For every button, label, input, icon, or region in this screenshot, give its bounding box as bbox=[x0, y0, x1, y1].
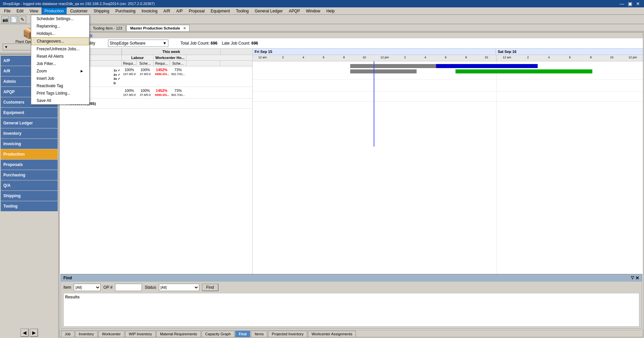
gantt-hour-12pm-2: 12 pm bbox=[623, 55, 643, 61]
menu-window[interactable]: Window bbox=[303, 7, 323, 14]
menu-equipment[interactable]: Equipment bbox=[208, 7, 232, 14]
gantt-hour-2-1: 2 bbox=[273, 55, 293, 61]
sidebar-item-proposals[interactable]: Proposals bbox=[1, 160, 58, 170]
menu-gl[interactable]: General Ledger bbox=[252, 7, 285, 14]
gantt-bar-blue-1 bbox=[436, 64, 538, 68]
restore-button[interactable]: ▣ bbox=[627, 0, 633, 7]
menu-holidays[interactable]: Holidays... bbox=[31, 30, 89, 37]
gantt-bar-gray-1 bbox=[350, 64, 436, 68]
menu-reactivate-tag[interactable]: Reactivate Tag bbox=[31, 82, 89, 90]
gantt-hour-2pm-1: 2 bbox=[395, 55, 416, 61]
gantt-hour-6pm-1: 6 bbox=[436, 55, 456, 61]
find-collapse-icon[interactable]: ▽ bbox=[631, 275, 634, 281]
find-item-select[interactable]: [All] bbox=[74, 284, 101, 291]
bottom-tab-capacity[interactable]: Capacity Graph bbox=[202, 331, 234, 337]
gantt-row-shifts bbox=[253, 61, 643, 80]
gantt-hour-8-1: 8 bbox=[334, 55, 355, 61]
menu-proposal[interactable]: Proposal bbox=[186, 7, 207, 14]
sidebar-item-purchasing[interactable]: Purchasing bbox=[1, 170, 58, 180]
menu-scheduler-settings[interactable]: Scheduler Settings... bbox=[31, 15, 89, 22]
sidebar-forward-btn[interactable]: ▶ bbox=[30, 329, 38, 337]
menu-invoicing[interactable]: Invoicing bbox=[139, 7, 160, 14]
bottom-tab-inventory[interactable]: Inventory bbox=[75, 331, 98, 337]
menu-save-all[interactable]: Save All bbox=[31, 97, 89, 104]
close-button[interactable]: ✕ bbox=[635, 0, 641, 7]
menu-zoom[interactable]: Zoom► bbox=[31, 67, 89, 75]
wc-sub-sch: Sche... bbox=[137, 61, 154, 66]
menu-ap[interactable]: A/P bbox=[173, 7, 185, 14]
gantt-fri-hours: 12 am 2 4 6 8 10 12 pm 2 4 6 bbox=[253, 55, 497, 61]
find-results-label: Results bbox=[65, 295, 79, 299]
gantt-hour-4-1: 4 bbox=[293, 55, 314, 61]
sidebar-item-production[interactable]: Production bbox=[1, 149, 58, 159]
main-layout: 📦 Plant Operations ▼ A/P A/R Admin APQP … bbox=[0, 24, 644, 338]
menu-reset-alerts[interactable]: Reset All Alerts bbox=[31, 53, 89, 60]
gantt-hour-12am-1: 12 am bbox=[253, 55, 273, 61]
minimize-button[interactable]: — bbox=[619, 0, 625, 7]
menu-tooling[interactable]: Tooling bbox=[233, 7, 251, 14]
menu-insert-job[interactable]: Insert Job bbox=[31, 75, 89, 82]
menu-file[interactable]: File bbox=[1, 7, 13, 14]
breadcrumb[interactable]: Production Facility bbox=[60, 33, 643, 38]
wc-sub-wc-sch: Sche... bbox=[170, 61, 186, 66]
gantt-hour-10-1: 10 bbox=[354, 55, 375, 61]
tab-master-production-schedule[interactable]: Master Production Schedule ✕ bbox=[126, 25, 190, 31]
bottom-tab-wc-assignments[interactable]: Workcenter Assignments bbox=[308, 331, 356, 337]
gantt-day-sat: Sat Sep 16 bbox=[496, 49, 643, 55]
find-header-controls: ▽ ✕ bbox=[631, 275, 639, 281]
menu-ar[interactable]: A/R bbox=[161, 7, 173, 14]
schedule-grid: This week Workcenters Labour bbox=[60, 49, 643, 274]
menu-changeovers[interactable]: Changeovers... bbox=[31, 37, 89, 45]
menu-production[interactable]: Production bbox=[42, 7, 67, 14]
sidebar-back-btn[interactable]: ◀ bbox=[20, 329, 29, 337]
toolbar-btn-3[interactable]: ✎ bbox=[19, 16, 26, 23]
menu-view[interactable]: View bbox=[27, 7, 41, 14]
sidebar-item-invoicing[interactable]: Invoicing bbox=[1, 139, 58, 149]
find-op-label: OP # bbox=[103, 285, 112, 290]
bottom-tab-material[interactable]: Material Requirements bbox=[156, 331, 201, 337]
menu-replanning[interactable]: Replanning... bbox=[31, 22, 89, 30]
facility-dropdown[interactable]: ShopEdge Software ▼ bbox=[108, 40, 168, 47]
tab-close-icon[interactable]: ✕ bbox=[183, 26, 186, 30]
sidebar-item-shipping[interactable]: Shipping bbox=[1, 191, 58, 201]
sidebar-item-inventory[interactable]: Inventory bbox=[1, 128, 58, 138]
gantt-header: Fri Sep 15 Sat Sep 16 12 am 2 4 6 bbox=[253, 49, 643, 61]
menu-edit[interactable]: Edit bbox=[14, 7, 26, 14]
bottom-tab-wip[interactable]: WIP Inventory bbox=[125, 331, 156, 337]
sidebar-item-gl[interactable]: General Ledger bbox=[1, 118, 58, 128]
menu-job-filter[interactable]: Job Filter... bbox=[31, 60, 89, 67]
bottom-tab-items[interactable]: Items bbox=[251, 331, 267, 337]
menu-shipping[interactable]: Shipping bbox=[91, 7, 112, 14]
find-results-area: Results bbox=[63, 293, 639, 327]
bottom-tab-find[interactable]: Find bbox=[235, 331, 250, 337]
menu-freeze-unfreeze[interactable]: Freeze/Unfreeze Jobs... bbox=[31, 45, 89, 53]
facility-dropdown-arrow: ▼ bbox=[163, 41, 167, 46]
find-close-icon[interactable]: ✕ bbox=[635, 275, 639, 281]
find-header: Find ▽ ✕ bbox=[61, 274, 642, 282]
find-button[interactable]: Find bbox=[202, 284, 218, 291]
find-controls: Item [All] OP # Status [All] Find bbox=[61, 282, 642, 293]
gantt-hour-10pm-1: 10 bbox=[476, 55, 496, 61]
sidebar-item-qa[interactable]: Q/A bbox=[1, 180, 58, 190]
bottom-tab-workcenter[interactable]: Workcenter bbox=[98, 331, 124, 337]
wc-sub-labour-header: Labour bbox=[122, 55, 154, 60]
bottom-tab-projected[interactable]: Projected Inventory bbox=[268, 331, 307, 337]
toolbar-btn-1[interactable]: 📷 bbox=[1, 16, 9, 23]
menu-help[interactable]: Help bbox=[324, 7, 337, 14]
production-dropdown-menu: Scheduler Settings... Replanning... Holi… bbox=[31, 15, 90, 105]
menu-customer[interactable]: Customer bbox=[67, 7, 90, 14]
sidebar-item-equipment[interactable]: Equipment bbox=[1, 108, 58, 118]
find-status-select[interactable]: [All] bbox=[159, 284, 199, 291]
menu-purchasing[interactable]: Purchasing bbox=[113, 7, 138, 14]
tab-tooling-item-123[interactable]: Tooling Item - 123 bbox=[89, 25, 126, 31]
gantt-hour-12pm-1: 12 pm bbox=[375, 55, 395, 61]
menu-apqp[interactable]: APQP bbox=[286, 7, 303, 14]
sidebar-item-tooling[interactable]: Tooling bbox=[1, 201, 58, 211]
toolbar-btn-2[interactable]: 📄 bbox=[10, 16, 17, 23]
main-content: Tooling Items Tooling Item - 123 Master … bbox=[59, 24, 644, 338]
find-op-input[interactable] bbox=[115, 284, 142, 291]
find-panel: Find ▽ ✕ Item [All] OP # Status bbox=[60, 274, 642, 329]
bottom-tab-job[interactable]: Job bbox=[61, 331, 74, 337]
menu-print-tags[interactable]: Print Tags Listing... bbox=[31, 90, 89, 97]
gantt-hour-4-2: 4 bbox=[539, 55, 559, 61]
